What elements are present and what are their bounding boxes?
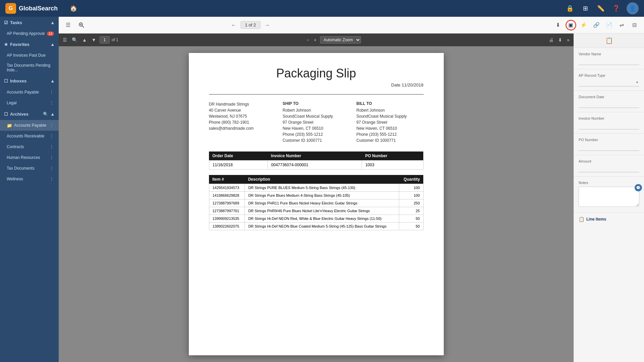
tax-documents-label: Tax Documents [7, 166, 35, 171]
po-number-input[interactable] [579, 144, 639, 151]
sidebar-item-pending-approval[interactable]: AP Pending Approval 14 [0, 28, 59, 39]
pdf-page-input[interactable] [100, 36, 110, 44]
accounts-payable-archive-more-icon[interactable]: ⋮ [49, 123, 54, 128]
invoice-number-cell: 0047736074-000001 [268, 161, 362, 170]
item-num-cell: 1273887997761 [209, 207, 245, 215]
tasks-icon: ☑ [4, 20, 8, 25]
document-date-field-group: Document Date [574, 91, 644, 112]
sidebar-item-accounts-receivable[interactable]: Accounts Receivable ⋮ [0, 131, 59, 141]
index-card-button[interactable]: ▣ [566, 20, 576, 31]
table-row: 1429541934573 DR Strings PURE BLUES Medi… [209, 184, 423, 192]
line-items-header[interactable]: 📋 Line Items [579, 217, 639, 222]
menu-button[interactable]: ☰ [63, 20, 73, 31]
human-resources-more-icon[interactable]: ⋮ [49, 155, 54, 160]
user-avatar[interactable]: 👤 [627, 2, 639, 14]
pdf-next-page-button[interactable]: ▼ [90, 37, 98, 43]
archives-section-header[interactable]: ☐ Archives 🔍 ▲ [0, 108, 59, 120]
sidebar-item-accounts-payable-archive[interactable]: 📁 Accounts Payable ⋮ [0, 120, 59, 131]
item-num-header: Item # [209, 175, 245, 184]
tax-docs-label: Tax Documents Pending Inde... [7, 63, 54, 72]
bill-customer-id: Customer ID 1000771 [357, 137, 424, 143]
lightning-button[interactable]: ⚡ [578, 20, 589, 31]
save-button[interactable]: ⬇ [553, 20, 564, 31]
item-qty-cell: 250 [399, 199, 423, 207]
notes-chat-icon[interactable]: 💬 [635, 184, 642, 191]
inboxes-collapse-icon: ▲ [50, 78, 55, 83]
item-qty-cell: 100 [399, 184, 423, 192]
vendor-name-input[interactable] [579, 58, 639, 65]
help-icon[interactable]: ❓ [611, 3, 621, 13]
item-qty-cell: 50 [399, 215, 423, 223]
archives-search-icon[interactable]: 🔍 [43, 112, 48, 117]
edit-icon[interactable]: ✏️ [596, 3, 606, 13]
grid-icon[interactable]: ⊞ [580, 3, 590, 13]
doc-addresses: DR Handmade Strings 40 Carver Avenue Wes… [209, 101, 424, 143]
home-button[interactable]: 🏠 [67, 3, 80, 13]
doc-divider [209, 94, 424, 95]
notes-wrapper [579, 187, 639, 208]
search-button[interactable] [76, 20, 87, 31]
pdf-zoom-plus-button[interactable]: + [312, 37, 318, 43]
ap-record-type-select[interactable]: Invoice Purchase Order Receipt [579, 79, 639, 86]
table-row: 1273887997689 DR Strings PHR11 Pure Blue… [209, 199, 423, 207]
invoice-number-input[interactable] [579, 122, 639, 129]
sidebar-item-wellness[interactable]: Wellness ⋮ [0, 174, 59, 184]
invoice-number-header: Invoice Number [268, 152, 362, 161]
pdf-zoom-minus-button[interactable]: − [305, 37, 310, 43]
file-button[interactable]: 📄 [604, 20, 614, 31]
sidebar-item-legal-inbox[interactable]: Legal ⋮ [0, 98, 59, 108]
tax-documents-more-icon[interactable]: ⋮ [49, 166, 54, 171]
document-date-input[interactable] [579, 101, 639, 108]
tasks-section-header[interactable]: ☑ Tasks ▲ [0, 17, 59, 28]
po-number-header: PO Number [362, 152, 423, 161]
link-button[interactable]: 🔗 [591, 20, 602, 31]
invoice-number-label: Invoice Number [579, 116, 639, 120]
pdf-print-button[interactable]: 🖨 [547, 37, 555, 43]
grid-view-button[interactable]: ⊟ [629, 20, 640, 31]
accounts-receivable-more-icon[interactable]: ⋮ [49, 133, 54, 139]
lock-icon[interactable]: 🔒 [565, 3, 575, 13]
sidebar-item-accounts-payable-inbox[interactable]: Accounts Payable ⋮ [0, 87, 59, 98]
favorites-section-header[interactable]: ★ Favorites ▲ [0, 39, 59, 50]
notes-textarea[interactable] [579, 187, 639, 207]
ship-address: 97 Orange Street [283, 119, 350, 125]
pdf-zoom-select[interactable]: Automatic Zoom 50% 75% 100% 150% [320, 36, 361, 44]
bill-name: Robert Johnson [357, 107, 424, 113]
sidebar-item-contracts[interactable]: Contracts ⋮ [0, 141, 59, 152]
legal-inbox-label: Legal [7, 101, 16, 105]
amount-input[interactable] [579, 165, 639, 172]
from-email: sales@drhandmade.com [209, 125, 276, 131]
favorites-label: Favorites [10, 42, 50, 47]
app-name: GlobalSearch [19, 5, 58, 12]
app-logo-icon: G [5, 3, 16, 14]
accounts-receivable-label: Accounts Receivable [7, 134, 44, 138]
pdf-search-button[interactable]: 🔍 [70, 37, 79, 43]
item-desc-cell: DR Strings Pure Blues Medium 4-String Ba… [245, 192, 399, 199]
split-button[interactable]: ⇌ [616, 20, 627, 31]
pdf-download-button[interactable]: ⬇ [557, 37, 564, 43]
sidebar-item-human-resources[interactable]: Human Resources ⋮ [0, 152, 59, 163]
inboxes-section-header[interactable]: ☐ Inboxes ▲ [0, 75, 59, 87]
invoice-number-field-group: Invoice Number [574, 112, 644, 134]
sidebar-item-tax-documents[interactable]: Tax Documents ⋮ [0, 163, 59, 174]
page-indicator: 1 of 2 [240, 21, 261, 29]
panel-header-icon: 📋 [605, 37, 613, 44]
pdf-prev-page-button[interactable]: ▲ [81, 37, 88, 43]
item-num-cell: 1389022602075 [209, 223, 245, 230]
archives-label: Archives [10, 112, 43, 117]
wellness-label: Wellness [7, 177, 23, 181]
table-row: 1273887997761 DR Strings PHR9/46 Pure Bl… [209, 207, 423, 215]
accounts-payable-inbox-more-icon[interactable]: ⋮ [49, 89, 54, 95]
line-items-label: Line Items [586, 217, 606, 222]
archives-collapse-icon: ▲ [50, 112, 55, 117]
contracts-more-icon[interactable]: ⋮ [49, 144, 54, 149]
next-page-button[interactable]: → [262, 20, 273, 31]
pdf-more-button[interactable]: » [566, 37, 571, 43]
bill-to-label: BILL TO [357, 101, 424, 106]
sidebar-item-ap-invoices[interactable]: AP Invoices Past Due [0, 50, 59, 60]
pdf-sidebar-button[interactable]: ☰ [61, 37, 68, 43]
prev-page-button[interactable]: ← [228, 20, 239, 31]
sidebar-item-tax-docs[interactable]: Tax Documents Pending Inde... [0, 60, 59, 75]
legal-inbox-more-icon[interactable]: ⋮ [49, 100, 54, 106]
wellness-more-icon[interactable]: ⋮ [49, 176, 54, 182]
